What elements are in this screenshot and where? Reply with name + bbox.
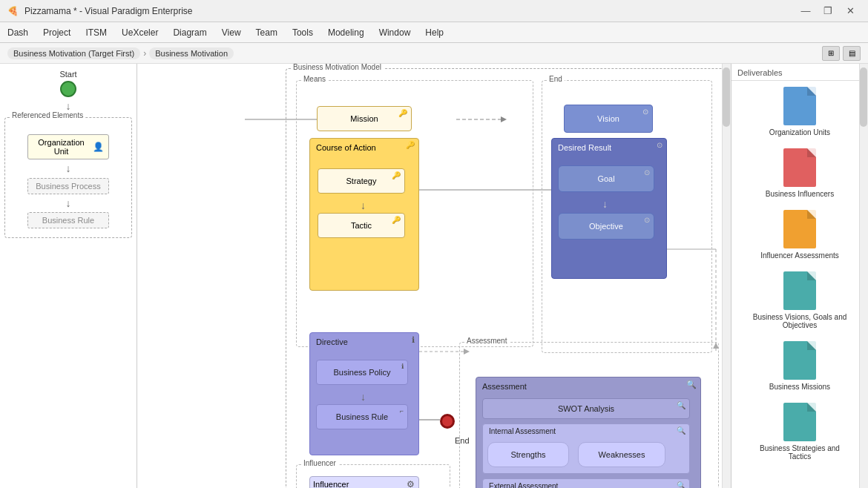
main-area: Start ↓ Referenced Elements Organization… <box>0 64 868 488</box>
means-label: Means <box>301 75 328 83</box>
arrow-bp: ↓ <box>361 391 366 403</box>
external-search-icon: 🔍 <box>677 481 685 488</box>
deliverable-biz-strategies[interactable]: Business Strategies and Tactics <box>731 397 868 466</box>
tactic-node[interactable]: Tactic 🔑 <box>318 213 405 238</box>
org-unit-box[interactable]: Organization Unit 👤 <box>27 134 109 159</box>
biz-influencers-label: Business Influencers <box>766 190 834 198</box>
assessment-inner-node[interactable]: Assessment 🔍 SWOT Analysis 🔍 Internal As… <box>476 377 701 488</box>
biz-rule-dir-icon: ⌐ <box>400 407 404 415</box>
end-circle-label: End <box>455 436 470 445</box>
biz-visions-icon <box>783 271 816 310</box>
breadcrumb: Business Motivation (Target First) › Bus… <box>0 43 868 64</box>
breadcrumb-item-1[interactable]: Business Motivation (Target First) <box>7 47 140 59</box>
end-label: End <box>547 75 565 83</box>
goal-icon: ⊙ <box>644 168 650 177</box>
desired-result-node[interactable]: Desired Result ⊙ Goal ⊙ ↓ Objective ⊙ <box>551 138 667 279</box>
strategy-node[interactable]: Strategy 🔑 <box>318 168 405 194</box>
org-units-label: Organization Units <box>769 128 830 136</box>
menu-help[interactable]: Help <box>418 22 451 42</box>
menu-dash[interactable]: Dash <box>0 22 36 42</box>
internal-assessment-node[interactable]: Internal Assessment 🔍 Strengths Weakness… <box>482 423 690 474</box>
menubar: Dash Project ITSM UeXceler Diagram View … <box>0 22 868 43</box>
swot-icon: 🔍 <box>677 401 685 409</box>
deliverable-biz-visions[interactable]: Business Visions, Goals and Objectives <box>731 266 868 335</box>
menu-modeling[interactable]: Modeling <box>320 22 372 42</box>
internal-search-icon: 🔍 <box>677 426 685 435</box>
influencer-inner-node[interactable]: Influencer ⚙ <box>309 476 419 488</box>
menu-team[interactable]: Team <box>249 22 285 42</box>
influencer-assessments-label: Influencer Assessments <box>760 251 839 260</box>
right-panel-scrollbar[interactable] <box>859 64 868 488</box>
breadcrumb-icon-btn-1[interactable]: ⊞ <box>822 46 840 61</box>
arrow-down-3: ↓ <box>11 197 125 210</box>
goal-node[interactable]: Goal ⊙ <box>558 165 654 192</box>
window-controls: — ❐ ✕ <box>795 3 861 19</box>
arrow-down-2: ↓ <box>11 162 125 175</box>
biz-motivation-model-label: Business Motivation Model <box>291 64 384 71</box>
influencer-assessments-icon <box>783 210 816 248</box>
canvas-scrollbar[interactable] <box>722 64 731 488</box>
biz-visions-label: Business Visions, Goals and Objectives <box>748 313 852 329</box>
title-text: Pizzamama * - Visual Paradigm Enterprise <box>24 6 795 16</box>
minimize-button[interactable]: — <box>795 3 816 19</box>
mission-node[interactable]: Mission 🔑 <box>317 106 412 131</box>
start-circle <box>60 81 76 97</box>
biz-process-label: Business Process <box>36 182 100 191</box>
breadcrumb-label-1: Business Motivation (Target First) <box>13 49 134 58</box>
deliverable-influencer-assessments[interactable]: Influencer Assessments <box>731 204 868 266</box>
breadcrumb-arrow: › <box>143 48 146 59</box>
app-icon: 🍕 <box>7 6 19 16</box>
org-unit-label: Organization Unit <box>33 138 90 156</box>
deliverables-header: Deliverables <box>731 64 868 81</box>
menu-itsm[interactable]: ITSM <box>78 22 114 42</box>
biz-rule-box[interactable]: Business Rule <box>27 212 109 228</box>
left-panel: Start ↓ Referenced Elements Organization… <box>0 64 137 488</box>
strengths-node[interactable]: Strengths <box>487 442 569 467</box>
menu-view[interactable]: View <box>214 22 249 42</box>
weaknesses-node[interactable]: Weaknesses <box>578 442 665 467</box>
strategy-icon: 🔑 <box>392 171 401 179</box>
maximize-button[interactable]: ❐ <box>818 3 838 19</box>
biz-strategies-label: Business Strategies and Tactics <box>748 444 852 461</box>
right-panel-scroll-thumb[interactable] <box>860 67 867 127</box>
assessment-outer-label: Assessment <box>464 337 509 345</box>
biz-policy-node[interactable]: Business Policy ℹ <box>316 360 408 385</box>
deliverable-biz-influencers[interactable]: Business Influencers <box>731 142 868 204</box>
biz-rule-dir-node[interactable]: Business Rule ⌐ <box>316 404 408 429</box>
menu-window[interactable]: Window <box>372 22 418 42</box>
influencer-gear-icon: ⚙ <box>407 479 415 488</box>
biz-influencers-icon <box>783 148 816 187</box>
directive-icon: ℹ <box>412 335 415 345</box>
close-button[interactable]: ✕ <box>840 3 861 19</box>
influencer-area-label: Influencer <box>301 459 338 467</box>
objective-icon: ⊙ <box>644 216 650 224</box>
end-circle <box>440 414 455 429</box>
breadcrumb-item-2[interactable]: Business Motivation <box>149 47 234 59</box>
breadcrumb-label-2: Business Motivation <box>155 49 228 58</box>
vision-icon: ⊙ <box>642 108 648 116</box>
canvas-scroll-thumb[interactable] <box>723 67 730 127</box>
external-assessment-node[interactable]: External Assessment 🔍 Opportunities Thre… <box>482 478 690 488</box>
menu-tools[interactable]: Tools <box>285 22 320 42</box>
breadcrumb-icon-btn-2[interactable]: ▤ <box>843 46 861 61</box>
biz-process-box[interactable]: Business Process <box>27 178 109 194</box>
menu-uexceler[interactable]: UeXceler <box>114 22 165 42</box>
right-panel: Deliverables Organization Units Business… <box>731 64 868 488</box>
deliverable-biz-missions[interactable]: Business Missions <box>731 335 868 397</box>
breadcrumb-icons: ⊞ ▤ <box>822 46 861 61</box>
course-of-action-node[interactable]: Course of Action 🔑 Strategy 🔑 ↓ Tactic 🔑 <box>309 138 419 291</box>
menu-project[interactable]: Project <box>36 22 78 42</box>
objective-node[interactable]: Objective ⊙ <box>558 213 654 240</box>
canvas[interactable]: Business Motivation Model Means End Asse… <box>137 64 731 488</box>
mission-icon: 🔑 <box>398 109 407 117</box>
person-icon: 👤 <box>93 142 104 152</box>
menu-diagram[interactable]: Diagram <box>165 22 214 42</box>
arrow-go: ↓ <box>602 198 608 210</box>
biz-rule-label: Business Rule <box>42 216 94 225</box>
swot-node[interactable]: SWOT Analysis 🔍 <box>482 398 690 419</box>
vision-node[interactable]: Vision ⊙ <box>564 105 653 133</box>
directive-node[interactable]: Directive ℹ Business Policy ℹ ↓ Business… <box>309 332 419 455</box>
coa-icon: 🔑 <box>406 141 415 149</box>
arrow-st: ↓ <box>361 200 366 211</box>
deliverable-org-units[interactable]: Organization Units <box>731 81 868 142</box>
